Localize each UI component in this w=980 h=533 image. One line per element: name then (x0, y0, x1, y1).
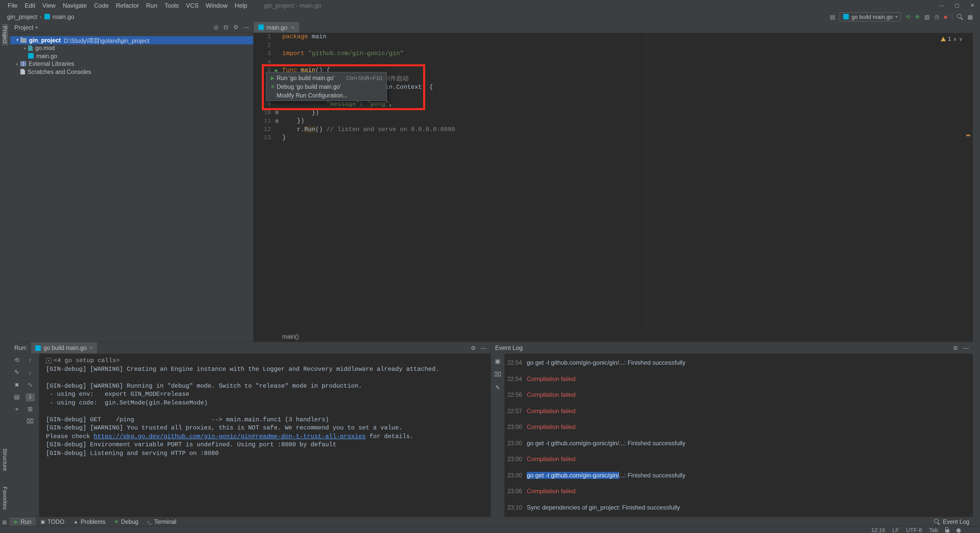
menu-run[interactable]: Run (143, 0, 161, 11)
menu-vcs[interactable]: VCS (183, 0, 202, 11)
scroll-to-end-icon[interactable]: ⇓ (25, 393, 35, 401)
editor-tab-maingo[interactable]: main.go ✕ (254, 22, 299, 33)
line-number[interactable]: 4 (254, 58, 271, 66)
toolwindow-tab-problems[interactable]: ▲Problems (69, 517, 110, 527)
hide-panel-icon[interactable]: — (243, 24, 249, 30)
event-log-entry[interactable]: 22:54go get -t github.com/gin-gonic/gin/… (508, 359, 973, 367)
line-number[interactable]: 3 (254, 49, 271, 58)
collapse-all-icon[interactable]: ⊟ (224, 24, 228, 30)
line-number[interactable]: 2 (254, 41, 271, 49)
popup-item-run-go-build-main-go-[interactable]: ▶Run 'go build main.go'Ctrl+Shift+F10 (266, 73, 387, 82)
chevron-icon[interactable]: ▸ (22, 46, 28, 51)
menu-navigate[interactable]: Navigate (59, 0, 91, 11)
breadcrumb-function[interactable]: main() (282, 333, 299, 340)
stop-icon[interactable]: ■ (944, 13, 947, 21)
edit-config-icon[interactable]: ✎ (12, 369, 21, 377)
breadcrumb-file[interactable]: main.go (52, 13, 74, 20)
code-text[interactable]: "message": "pong", (282, 100, 393, 108)
popup-item-debug-go-build-main-go-[interactable]: ❉Debug 'go build main.go' (266, 82, 387, 91)
toolwindow-tab-todo[interactable]: ▣TODO (36, 517, 69, 527)
settings-icon[interactable]: ▣ (493, 357, 502, 366)
file-encoding[interactable]: UTF-8 (906, 527, 922, 533)
menu-code[interactable]: Code (90, 0, 112, 11)
tree-item-gin-project[interactable]: ▾gin_projectD:\Study\项目\goland\gin_proje… (10, 36, 253, 44)
popup-item-modify-run-configuration-[interactable]: Modify Run Configuration... (266, 91, 387, 100)
filter-icon[interactable]: ✎ (493, 384, 502, 392)
event-log-entry[interactable]: 23:00go get -t github.com/gin-gonic/gin/… (508, 439, 973, 447)
editor-area[interactable]: main.go ✕ 1package main23import "github.… (253, 22, 973, 342)
line-number[interactable]: 10 (254, 108, 271, 117)
tree-item-scratches-and-consoles[interactable]: Scratches and Consoles (10, 68, 253, 76)
toolwindow-switcher-icon[interactable]: ▦ (2, 519, 7, 525)
up-stack-trace-icon[interactable]: ↑ (25, 357, 35, 365)
gutter-cell[interactable] (271, 117, 282, 125)
tree-item-go-mod[interactable]: ▸go.mod (10, 44, 253, 52)
gutter-cell[interactable] (271, 100, 282, 108)
notifications-icon[interactable] (956, 528, 961, 532)
menu-tools[interactable]: Tools (161, 0, 183, 11)
line-number[interactable]: 9 (254, 100, 271, 108)
event-log-entry[interactable]: 22:56Compilation failed (508, 391, 973, 399)
line-number[interactable]: 12 (254, 125, 271, 134)
stripe-button-structure[interactable]: Structure (2, 446, 8, 473)
settings-icon[interactable]: ⚙ (471, 344, 476, 351)
code-text[interactable]: }) (282, 108, 319, 117)
toolwindow-tab-run[interactable]: ▶Run (10, 517, 36, 527)
toolwindow-tab-event-log[interactable]: Event Log (929, 517, 974, 527)
line-number[interactable]: 13 (254, 134, 271, 142)
layout-icon[interactable]: ▦ (967, 13, 973, 21)
soft-wrap-icon[interactable]: ∿ (25, 381, 35, 389)
menu-file[interactable]: File (4, 0, 21, 11)
gutter-mark-icon[interactable] (275, 119, 278, 123)
code-text[interactable]: } (282, 134, 286, 142)
chevron-icon[interactable]: ▾ (14, 38, 21, 43)
gutter-mark-icon[interactable] (275, 111, 278, 114)
chevron-down-icon[interactable]: ▾ (35, 25, 38, 30)
console-link[interactable]: https://pkg.go.dev/github.com/gin-gonic/… (94, 433, 366, 440)
tool-windows-icon[interactable]: ▤ (830, 13, 835, 21)
gutter-cell[interactable] (271, 49, 282, 58)
run-console[interactable]: +<4 go setup calls>[GIN-debug] [WARNING]… (39, 354, 490, 517)
indent-style[interactable]: Tab (929, 527, 939, 533)
prev-problem-icon[interactable]: ∧ (953, 36, 957, 41)
close-icon[interactable]: ✕ (291, 25, 295, 30)
event-log-entry[interactable]: 22:57Compilation failed (508, 407, 973, 415)
gutter-cell[interactable] (271, 125, 282, 134)
gutter-cell[interactable] (271, 58, 282, 66)
debug-icon[interactable]: ❉ (915, 13, 920, 21)
toolwindow-tab-terminal[interactable]: ›_Terminal (143, 517, 181, 527)
hide-panel-icon[interactable]: — (963, 344, 969, 351)
gutter-cell[interactable] (271, 33, 282, 41)
stop-icon[interactable]: ■ (12, 381, 21, 389)
search-everywhere-icon[interactable] (957, 14, 963, 20)
rerun-icon[interactable]: ⟲ (12, 357, 21, 365)
stripe-button-favorites[interactable]: Favorites (2, 485, 8, 512)
run-configuration-combo[interactable]: go build main.go▾ (840, 12, 901, 21)
event-log-entry[interactable]: 23:00Compilation failed (508, 423, 973, 431)
code-text[interactable]: }) (282, 117, 304, 125)
hide-panel-icon[interactable]: — (481, 344, 487, 351)
project-panel-title[interactable]: Project (14, 24, 33, 31)
pin-icon[interactable]: ⌖ (12, 406, 21, 414)
gutter-cell[interactable] (271, 41, 282, 49)
event-log-entry[interactable]: 23:00Compilation failed (508, 455, 973, 463)
clear-all-icon[interactable]: ⌧ (25, 418, 35, 426)
restore-layout-icon[interactable]: ▤ (12, 393, 21, 401)
coverage-icon[interactable]: ▧ (924, 13, 930, 21)
line-number[interactable]: 1 (254, 33, 271, 41)
code-text[interactable]: r.Run() // listen and serve on 0.0.0.0:8… (282, 125, 455, 134)
run-tab[interactable]: go build main.go ✕ (32, 342, 97, 354)
print-icon[interactable]: ⊞ (25, 406, 35, 414)
settings-icon[interactable]: ⚙ (233, 24, 239, 30)
close-button[interactable]: ✕ (965, 0, 980, 11)
close-icon[interactable]: ✕ (89, 345, 93, 351)
menu-help[interactable]: Help (231, 0, 251, 11)
inspections-widget[interactable]: 1 ∧ ∨ (941, 36, 963, 42)
event-log-entry[interactable]: 22:54Compilation failed (508, 374, 973, 383)
breadcrumb-project[interactable]: gin_project (7, 13, 37, 20)
stripe-button-project[interactable]: Project (2, 24, 8, 46)
event-log-entry[interactable]: 23:10Sync dependencies of gin_project: F… (508, 503, 973, 512)
error-stripe-mark[interactable] (966, 135, 970, 136)
tree-item-external-libraries[interactable]: ▸External Libraries (10, 60, 253, 68)
down-stack-trace-icon[interactable]: ↓ (25, 369, 35, 377)
